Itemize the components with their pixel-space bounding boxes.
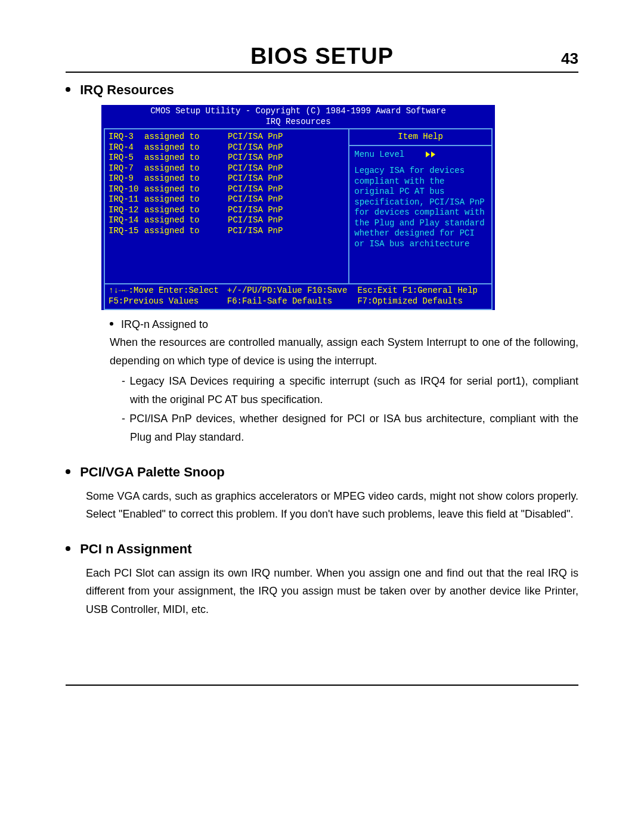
bios-menu-level-label: Menu Level: [354, 150, 404, 159]
bios-row: IRQ-3assigned toPCI/ISA PnP: [109, 132, 345, 143]
bios-row: IRQ-15assigned toPCI/ISA PnP: [109, 226, 345, 237]
page-title: BIOS SETUP: [250, 44, 394, 69]
bios-irq-value: PCI/ISA PnP: [228, 184, 345, 195]
bios-footer-hint: F5:Previous Values: [109, 296, 227, 307]
bios-assigned-label: assigned to: [144, 132, 228, 143]
bios-assigned-label: assigned to: [144, 205, 228, 216]
section-pci-n-title: PCI n Assignment: [66, 541, 578, 557]
bios-irq-value: PCI/ISA PnP: [228, 153, 345, 163]
bios-irq-name: IRQ-14: [109, 215, 144, 226]
dash-item: - PCI/ISA PnP devices, whether designed …: [122, 410, 578, 446]
bios-irq-name: IRQ-12: [109, 205, 144, 216]
bios-body: IRQ-3assigned toPCI/ISA PnP IRQ-4assigne…: [104, 128, 493, 284]
bios-irq-name: IRQ-7: [109, 163, 144, 174]
bios-assigned-label: assigned to: [144, 163, 228, 174]
bios-row: IRQ-7assigned toPCI/ISA PnP: [109, 163, 345, 174]
bios-irq-value: PCI/ISA PnP: [228, 226, 345, 237]
bios-footer-hint: ↑↓→←:Move Enter:Select: [109, 286, 227, 296]
page: BIOS SETUP 43 IRQ Resources CMOS Setup U…: [66, 0, 578, 721]
section-pci-vga-title: PCI/VGA Palette Snoop: [66, 465, 578, 480]
bios-irq-name: IRQ-9: [109, 174, 144, 184]
bios-row: IRQ-11assigned toPCI/ISA PnP: [109, 194, 345, 205]
bios-irq-name: IRQ-11: [109, 194, 144, 205]
page-header: BIOS SETUP 43: [66, 36, 578, 73]
pci-n-paragraph: Each PCI Slot can assign its own IRQ num…: [86, 564, 578, 619]
subbullet-label: IRQ-n Assigned to: [121, 318, 208, 330]
bios-footer-col2: +/-/PU/PD:Value F10:Save F6:Fail-Safe De…: [227, 286, 358, 306]
triangle-right-icon: [431, 151, 435, 157]
bios-irq-value: PCI/ISA PnP: [228, 163, 345, 174]
bios-footer-col3: Esc:Exit F1:General Help F7:Optimized De…: [357, 286, 488, 306]
bios-assigned-label: assigned to: [144, 174, 228, 184]
bios-irq-name: IRQ-5: [109, 153, 144, 163]
bios-footer: ↑↓→←:Move Enter:Select F5:Previous Value…: [104, 284, 493, 310]
bios-help-pane: Item Help Menu Level Legacy ISA for devi…: [348, 129, 491, 283]
bios-row: IRQ-4assigned toPCI/ISA PnP: [109, 143, 345, 153]
triangle-right-icon: [426, 151, 430, 157]
bios-row: IRQ-14assigned toPCI/ISA PnP: [109, 215, 345, 226]
bios-footer-hint: Esc:Exit F1:General Help: [357, 286, 488, 296]
bios-irq-value: PCI/ISA PnP: [228, 174, 345, 184]
bios-assigned-label: assigned to: [144, 194, 228, 205]
bios-footer-hint: F6:Fail-Safe Defaults: [227, 296, 358, 307]
page-number: 43: [561, 49, 578, 68]
bullet-icon: [110, 322, 113, 326]
footer-rule: [66, 685, 578, 686]
bios-irq-name: IRQ-3: [109, 132, 144, 143]
bios-help-title: Item Help: [349, 129, 491, 146]
bios-irq-value: PCI/ISA PnP: [228, 194, 345, 205]
bios-panel: CMOS Setup Utility - Copyright (C) 1984-…: [101, 105, 495, 310]
bios-menu-level: Menu Level: [354, 150, 487, 160]
bios-irq-value: PCI/ISA PnP: [228, 143, 345, 153]
pci-vga-paragraph: Some VGA cards, such as graphics acceler…: [86, 487, 578, 524]
irq-subsection: IRQ-n Assigned to When the resources are…: [86, 318, 578, 447]
bios-row: IRQ-9assigned toPCI/ISA PnP: [109, 174, 345, 184]
bios-left-pane: IRQ-3assigned toPCI/ISA PnP IRQ-4assigne…: [105, 129, 348, 283]
bios-footer-hint: F7:Optimized Defaults: [357, 296, 488, 307]
bios-row: IRQ-5assigned toPCI/ISA PnP: [109, 153, 345, 163]
bios-title-line1: CMOS Setup Utility - Copyright (C) 1984-…: [101, 105, 495, 117]
bios-irq-name: IRQ-10: [109, 184, 144, 195]
bios-footer-col1: ↑↓→←:Move Enter:Select F5:Previous Value…: [109, 286, 227, 306]
bios-help-text: Legacy ISA for devices compliant with th…: [354, 166, 487, 249]
irq-sub-paragraph: When the resources are controlled manual…: [110, 333, 578, 370]
bios-irq-name: IRQ-4: [109, 143, 144, 153]
section-pci-vga-label: PCI/VGA Palette Snoop: [80, 465, 224, 479]
bios-assigned-label: assigned to: [144, 184, 228, 195]
section-irq-resources-title: IRQ Resources: [66, 82, 578, 98]
bios-assigned-label: assigned to: [144, 226, 228, 237]
bios-assigned-label: assigned to: [144, 143, 228, 153]
bios-help-body: Menu Level Legacy ISA for devices compli…: [349, 146, 491, 284]
subbullet-irq-assigned: IRQ-n Assigned to: [110, 318, 578, 331]
bios-row: IRQ-10assigned toPCI/ISA PnP: [109, 184, 345, 195]
bios-assigned-label: assigned to: [144, 215, 228, 226]
bios-title-line2: IRQ Resources: [101, 117, 495, 129]
bullet-icon: [66, 469, 70, 474]
bios-assigned-label: assigned to: [144, 153, 228, 163]
spacer: [354, 160, 487, 166]
bios-irq-value: PCI/ISA PnP: [228, 215, 345, 226]
section-irq-resources-label: IRQ Resources: [80, 82, 174, 97]
bios-irq-value: PCI/ISA PnP: [228, 132, 345, 143]
bullet-icon: [66, 87, 70, 92]
bios-footer-hint: +/-/PU/PD:Value F10:Save: [227, 286, 358, 296]
bullet-icon: [66, 546, 70, 551]
section-pci-n-label: PCI n Assignment: [80, 541, 191, 556]
bios-irq-name: IRQ-15: [109, 226, 144, 237]
bios-irq-value: PCI/ISA PnP: [228, 205, 345, 216]
section-pci-vga: PCI/VGA Palette Snoop Some VGA cards, su…: [66, 465, 578, 524]
bios-row: IRQ-12assigned toPCI/ISA PnP: [109, 205, 345, 216]
dash-item: - Legacy ISA Devices requiring a specifi…: [122, 372, 578, 408]
section-pci-n: PCI n Assignment Each PCI Slot can assig…: [66, 541, 578, 619]
irq-dash-list: - Legacy ISA Devices requiring a specifi…: [122, 372, 578, 446]
